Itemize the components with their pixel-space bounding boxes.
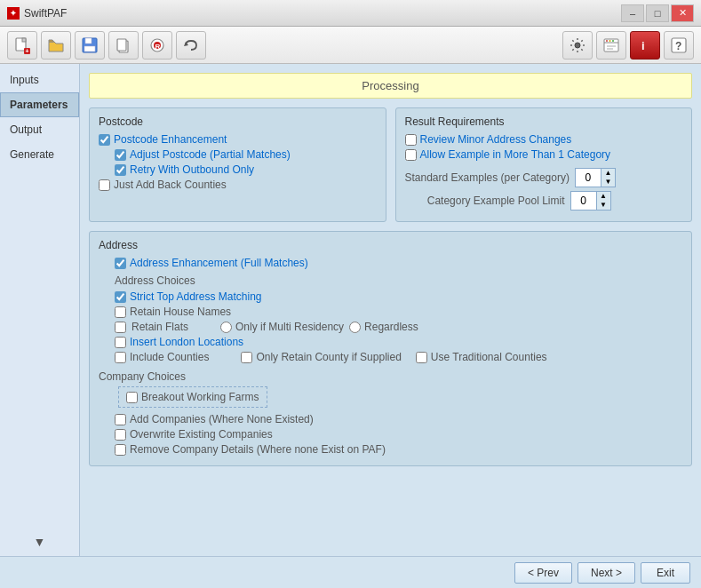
adjust-postcode-label[interactable]: Adjust Postcode (Partial Matches) [130,148,291,161]
remove-company-checkbox[interactable] [115,444,126,456]
overwrite-label[interactable]: Overwrite Existing Companies [130,428,273,441]
regardless-radio[interactable] [349,322,361,333]
insert-london-checkbox[interactable] [115,337,126,348]
breakout-checkbox[interactable] [126,392,138,403]
copy-button[interactable] [108,31,139,60]
multi-residency-group: Only if Multi Residency [220,321,344,333]
maximize-button[interactable]: □ [646,4,669,22]
results-section: Result Requirements Review Minor Address… [395,107,693,222]
minimize-button[interactable]: – [621,4,644,22]
regardless-label[interactable]: Regardless [364,321,418,333]
use-traditional-checkbox[interactable] [416,352,427,363]
allow-example-checkbox[interactable] [405,149,417,161]
pool-limit-spinbtns: ▲ ▼ [596,192,610,210]
company-choices-title: Company Choices [99,370,682,383]
processing-label: Processing [362,79,418,92]
close-button[interactable]: ✕ [671,4,694,22]
pool-limit-row: Category Example Pool Limit 0 ▲ ▼ [405,191,683,211]
insert-london-row: Insert London Locations [115,336,682,348]
postcode-enhancement-label[interactable]: Postcode Enhancement [114,133,227,146]
standard-examples-down[interactable]: ▼ [601,178,615,187]
config-button[interactable] [596,31,626,60]
sidebar-item-inputs[interactable]: Inputs [0,68,79,92]
prev-button[interactable]: < Prev [514,562,572,584]
bottom-bar: < Prev Next > Exit [0,556,701,588]
retry-outbound-checkbox[interactable] [115,164,126,176]
postcode-title: Postcode [99,115,377,128]
svg-point-18 [612,40,614,42]
settings-button[interactable] [562,31,593,60]
content-area: Processing Postcode Postcode Enhancement… [80,64,701,556]
next-button[interactable]: Next > [578,562,635,584]
allow-example-row: Allow Example in More Than 1 Category [405,148,683,161]
only-multi-label[interactable]: Only if Multi Residency [235,321,344,333]
retry-outbound-row: Retry With Outbound Only [115,163,377,176]
include-counties-checkbox[interactable] [115,352,126,363]
include-counties-label[interactable]: Include Counties [130,351,209,363]
svg-text:?: ? [675,40,681,52]
svg-rect-5 [85,38,92,44]
retry-outbound-label[interactable]: Retry With Outbound Only [130,163,254,176]
top-sections: Postcode Postcode Enhancement Adjust Pos… [89,107,692,222]
pool-limit-down[interactable]: ▼ [596,201,610,210]
processing-header: Processing [89,73,692,99]
standard-examples-up[interactable]: ▲ [601,169,615,178]
pool-limit-input[interactable]: 0 [571,192,596,210]
open-button[interactable] [41,31,71,60]
pool-limit-label: Category Example Pool Limit [405,195,565,207]
sidebar-item-generate[interactable]: Generate [0,142,79,167]
standard-examples-row: Standard Examples (per Category) 0 ▲ ▼ [405,168,683,187]
review-minor-label[interactable]: Review Minor Address Changes [420,133,572,146]
adjust-postcode-row: Adjust Postcode (Partial Matches) [115,148,377,161]
title-bar: ✦ SwiftPAF – □ ✕ [0,0,701,27]
sidebar-item-parameters[interactable]: Parameters [0,92,79,117]
record-button[interactable]: R [142,31,172,60]
insert-london-label[interactable]: Insert London Locations [130,336,243,348]
address-enhancement-row: Address Enhancement (Full Matches) [115,257,682,269]
app-logo: ✦ [7,7,20,20]
save-button[interactable] [75,31,105,60]
breakout-box: Breakout Working Farms [118,386,267,408]
remove-company-label[interactable]: Remove Company Details (Where none Exist… [130,443,386,456]
overwrite-checkbox[interactable] [115,429,126,441]
adjust-postcode-checkbox[interactable] [115,149,126,161]
postcode-section: Postcode Postcode Enhancement Adjust Pos… [89,107,386,222]
sidebar-arrow[interactable]: ▼ [0,528,79,556]
address-enhancement-checkbox[interactable] [115,258,126,269]
sidebar-item-output[interactable]: Output [0,117,79,142]
info-button[interactable]: i [630,31,660,60]
address-enhancement-label[interactable]: Address Enhancement (Full Matches) [130,257,308,269]
retain-flats-row: Retain Flats Only if Multi Residency Reg… [115,321,682,333]
results-title: Result Requirements [405,115,683,128]
strict-top-label[interactable]: Strict Top Address Matching [130,290,262,303]
standard-examples-label: Standard Examples (per Category) [405,171,570,184]
add-companies-checkbox[interactable] [115,414,126,425]
retain-house-checkbox[interactable] [115,306,126,318]
standard-examples-input[interactable]: 0 [576,169,601,187]
retain-flats-label[interactable]: Retain Flats [131,321,188,333]
retain-house-row: Retain House Names [115,306,682,318]
pool-limit-up[interactable]: ▲ [596,192,610,201]
review-minor-checkbox[interactable] [405,134,417,146]
help-button[interactable]: ? [664,31,694,60]
breakout-label[interactable]: Breakout Working Farms [141,391,259,403]
retain-house-label[interactable]: Retain House Names [130,306,231,318]
add-companies-label[interactable]: Add Companies (Where None Existed) [130,413,314,425]
just-add-back-label[interactable]: Just Add Back Counties [114,179,227,191]
exit-button[interactable]: Exit [641,562,690,584]
address-choices-title: Address Choices [115,274,682,287]
just-add-back-checkbox[interactable] [99,179,110,191]
allow-example-label[interactable]: Allow Example in More Than 1 Category [420,148,611,161]
new-button[interactable]: + [7,31,37,60]
only-multi-radio[interactable] [220,322,232,333]
postcode-enhancement-checkbox[interactable] [99,134,110,146]
use-traditional-label[interactable]: Use Traditional Counties [431,351,547,363]
only-retain-label[interactable]: Only Retain County if Supplied [256,351,401,363]
strict-top-checkbox[interactable] [115,291,126,303]
svg-rect-8 [117,39,126,51]
svg-point-13 [575,43,580,48]
retain-flats-checkbox[interactable] [115,322,126,333]
undo-button[interactable] [176,31,206,60]
regardless-group: Regardless [349,321,418,333]
only-retain-checkbox[interactable] [241,352,252,363]
